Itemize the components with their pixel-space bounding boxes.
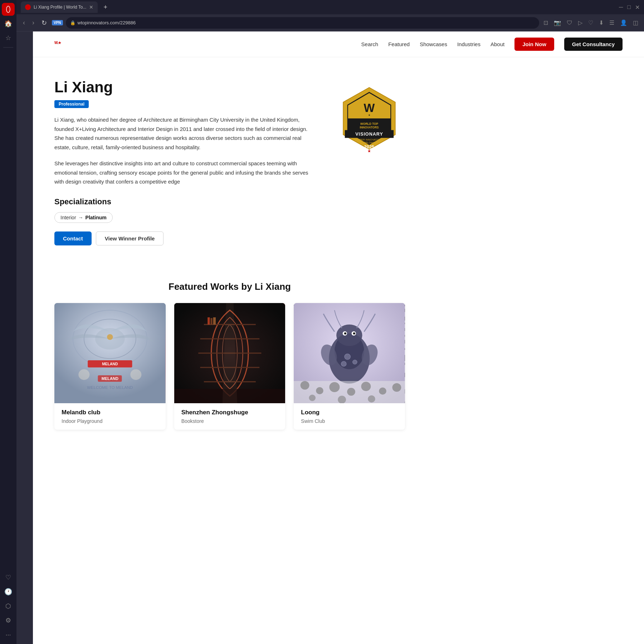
svg-point-16 [78,369,89,380]
svg-point-41 [336,325,362,346]
contact-button[interactable]: Contact [54,231,92,245]
browser-toolbar: ‹ › ↻ VPN 🔒 wtopinnovators.com/229886 ⊡ … [16,14,644,31]
close-button[interactable]: ✕ [635,4,640,11]
featured-works-title: Featured Works by Li Xiang [54,281,405,292]
featured-works-section: Featured Works by Li Xiang [33,281,426,430]
work-image-melandb: MELAND WELCOME TO MELAND [54,303,166,403]
opera-logo-icon[interactable] [2,3,15,16]
site-header: W.★ Search Featured Showcases Industries… [33,31,644,57]
star-icon[interactable]: ☆ [2,31,15,44]
page-content: Li Xiang Professional Li Xiang, who obta… [33,57,426,444]
profile-section: Li Xiang Professional Li Xiang, who obta… [54,79,405,267]
clock-icon[interactable]: 🕐 [2,585,15,598]
home-icon[interactable]: 🏠 [2,17,15,30]
tab-title: Li Xiang Profile | World To... [34,5,86,10]
profile-icon[interactable]: 👤 [619,18,629,28]
svg-text:MELAND: MELAND [102,362,118,366]
work-card-loong[interactable]: Loong Swim Club [294,303,405,430]
svg-rect-51 [294,381,405,403]
wishlist-icon[interactable]: ♡ [587,18,595,28]
browser-tab[interactable]: Li Xiang Profile | World To... ✕ [21,1,98,13]
forward-button[interactable]: › [30,18,36,28]
address-bar[interactable]: 🔒 wtopinnovators.com/229886 [66,17,539,29]
visionary-star: ★ [367,149,371,153]
work-card-body-loong: Loong Swim Club [294,403,405,430]
nav-industries[interactable]: Industries [457,41,480,47]
nav-about[interactable]: About [491,41,504,47]
visionary-line1: WORLD TOP [360,122,378,126]
work-card-body-melandb: Melandb club Indoor Playground [54,403,166,430]
visionary-title: VISIONARY [355,131,383,137]
more-icon[interactable]: ··· [2,628,15,641]
browser-titlebar: Li Xiang Profile | World To... ✕ + ─ □ ✕ [16,0,644,14]
new-tab-button[interactable]: + [101,4,110,11]
work-card-title-loong: Loong [301,409,398,416]
nav-featured[interactable]: Featured [388,41,410,47]
svg-point-0 [5,6,11,13]
work-card-body-zhongshuge: Shenzhen Zhongshuge Bookstore [174,403,286,430]
tab-favicon [25,4,31,10]
profile-left: Li Xiang Professional Li Xiang, who obta… [54,79,312,267]
svg-text:W: W [364,101,375,114]
work-card-melandb[interactable]: MELAND WELCOME TO MELAND Melandb club [54,303,166,430]
restore-button[interactable]: □ [627,4,631,11]
site-logo[interactable]: W.★ [54,39,61,50]
view-profile-button[interactable]: View Winner Profile [96,231,164,245]
svg-text:★: ★ [368,113,370,117]
spec-arrow: → [78,215,83,220]
camera-icon[interactable]: 📷 [552,18,562,28]
svg-text:WELCOME TO MELAND: WELCOME TO MELAND [87,385,133,390]
toolbar-right: ⊡ 📷 🛡 ▷ ♡ ⬇ ☰ 👤 ◫ [542,18,640,28]
work-card-subtitle-zhongshuge: Bookstore [181,418,278,424]
nav-search[interactable]: Search [361,41,379,47]
work-card-subtitle-loong: Swim Club [301,418,398,424]
logo-star: ★ [58,40,61,44]
nav-showcases[interactable]: Showcases [420,41,447,47]
svg-point-48 [341,361,346,366]
back-button[interactable]: ‹ [21,18,27,28]
action-buttons: Contact View Winner Profile [54,231,312,245]
screenshot-icon[interactable]: ⊡ [542,18,550,28]
svg-point-44 [344,332,346,335]
visionary-year: 2025 [364,144,374,150]
profile-bio-2: She leverages her distinctive insights i… [54,159,312,186]
spec-label: Interior [60,215,76,220]
profile-name: Li Xiang [54,79,312,96]
play-icon[interactable]: ▷ [577,18,584,28]
spec-level: Platinum [86,215,107,220]
svg-point-45 [353,332,355,335]
specializations-title: Specializations [54,197,312,206]
join-now-button[interactable]: Join Now [514,38,554,51]
tab-close-button[interactable]: ✕ [89,4,93,10]
work-image-loong [294,303,405,403]
svg-rect-25 [210,318,212,325]
lock-icon: 🔒 [70,20,75,25]
settings-icon[interactable]: ⚙ [2,614,15,627]
svg-rect-24 [208,317,210,325]
heart-icon[interactable]: ♡ [2,571,15,584]
visionary-badge: W ★ WORLD TOP INNOVATORS VISIONARY SUPER… [333,86,405,157]
svg-point-12 [107,334,113,340]
url-text: wtopinnovators.com/229886 [78,20,136,25]
shield-icon[interactable]: 🛡 [565,18,574,28]
browser-window: 🏠 ☆ ♡ 🕐 ⬡ ⚙ ··· Li Xiang Profile | World… [0,0,644,644]
extensions-icon[interactable]: ◫ [631,18,640,28]
vpn-badge[interactable]: VPN [52,20,63,25]
specialization-tag: Interior → Platinum [54,212,113,223]
website-content: W.★ Search Featured Showcases Industries… [33,31,644,644]
visionary-subtitle2: WORLDWIDE [361,141,377,144]
svg-point-46 [345,354,351,360]
visionary-line2: INNOVATORS [360,126,379,129]
sidebar-divider-1 [3,47,13,48]
cube-icon[interactable]: ⬡ [2,600,15,613]
opera-sidebar: 🏠 ☆ ♡ 🕐 ⬡ ⚙ ··· [0,0,16,644]
minimize-button[interactable]: ─ [619,4,623,11]
svg-rect-26 [213,317,215,325]
get-consultancy-button[interactable]: Get Consultancy [564,38,623,51]
work-card-subtitle-melandb: Indoor Playground [62,418,158,424]
download-icon[interactable]: ⬇ [597,18,605,28]
site-nav: Search Featured Showcases Industries Abo… [361,38,623,51]
refresh-button[interactable]: ↻ [39,18,49,28]
reading-list-icon[interactable]: ☰ [608,18,616,28]
work-card-zhongshuge[interactable]: Shenzhen Zhongshuge Bookstore [174,303,286,430]
